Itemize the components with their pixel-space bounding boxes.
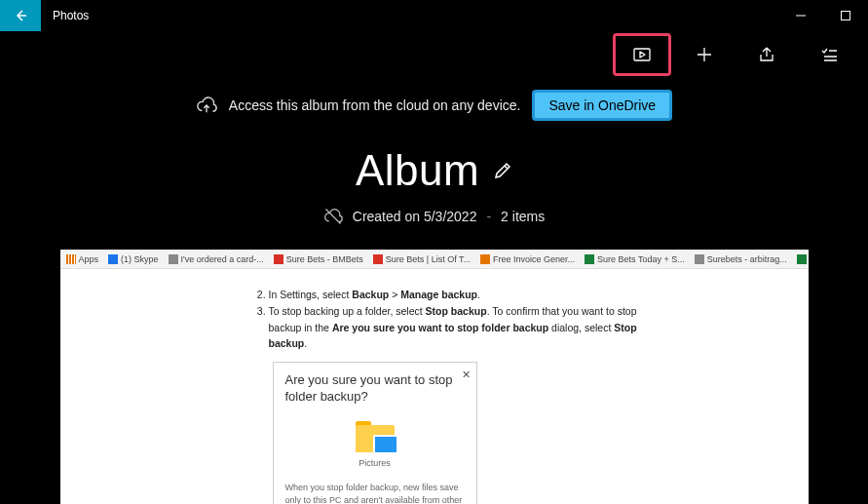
- save-onedrive-button[interactable]: Save in OneDrive: [532, 90, 672, 121]
- back-button[interactable]: [0, 0, 41, 31]
- album-title-row: Album: [0, 146, 868, 195]
- dialog-desc: When you stop folder backup, new files s…: [285, 482, 465, 504]
- album-hero-image[interactable]: Apps (1) Skype I've ordered a card-... S…: [60, 250, 809, 504]
- checklist-icon: [820, 46, 838, 63]
- doc-step-3: To stop backing up a folder, select Stop…: [269, 303, 672, 352]
- meta-separator: -: [486, 209, 491, 224]
- minimize-button[interactable]: [778, 0, 823, 31]
- svg-rect-0: [842, 12, 850, 20]
- created-label: Created on 5/3/2022: [353, 209, 477, 224]
- slideshow-icon: [632, 45, 652, 64]
- cloud-banner-text: Access this album from the cloud on any …: [229, 97, 521, 113]
- maximize-button[interactable]: [823, 0, 868, 31]
- titlebar: Photos: [0, 0, 868, 31]
- share-button[interactable]: [737, 33, 796, 76]
- cloud-upload-icon: [196, 95, 217, 116]
- window-controls: [778, 0, 868, 31]
- edit-icon[interactable]: [493, 161, 512, 180]
- dialog-close-icon: ✕: [462, 367, 471, 384]
- pictures-folder-icon: [356, 421, 395, 452]
- maximize-icon: [841, 11, 850, 20]
- app-title: Photos: [53, 9, 89, 22]
- album-meta: Created on 5/3/2022 - 2 items: [0, 207, 868, 226]
- dialog-folder-label: Pictures: [285, 456, 465, 470]
- svg-rect-1: [634, 49, 650, 60]
- back-arrow-icon: [13, 8, 28, 23]
- dialog-title: Are you sure you want to stop folder bac…: [285, 372, 465, 406]
- share-icon: [758, 46, 775, 63]
- doc-step-2: In Settings, select Backup > Manage back…: [269, 287, 672, 303]
- plus-icon: [696, 46, 713, 63]
- slideshow-button[interactable]: [613, 33, 671, 76]
- hero-dialog: ✕ Are you sure you want to stop folder b…: [273, 362, 477, 504]
- album-title: Album: [356, 146, 479, 195]
- cloud-off-icon: [323, 207, 343, 226]
- add-button[interactable]: [675, 33, 734, 76]
- hero-doc-body: In Settings, select Backup > Manage back…: [60, 269, 809, 504]
- album-toolbar: [0, 31, 868, 78]
- hero-bookmarks-bar: Apps (1) Skype I've ordered a card-... S…: [60, 250, 809, 269]
- cloud-banner: Access this album from the cloud on any …: [0, 78, 868, 129]
- items-count: 2 items: [501, 209, 545, 224]
- select-mode-button[interactable]: [800, 33, 858, 76]
- minimize-icon: [796, 11, 806, 20]
